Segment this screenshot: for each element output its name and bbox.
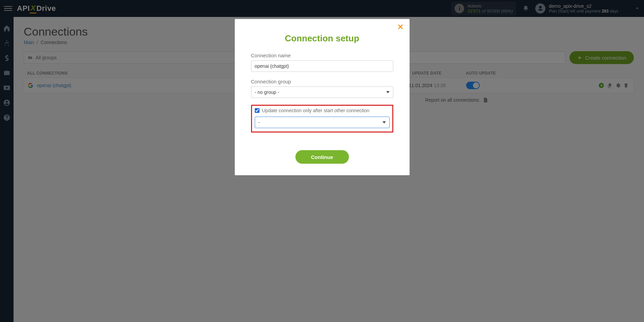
modal-overlay[interactable]: Connection setup Connection name Connect… [0,0,644,322]
connection-setup-modal: Connection setup Connection name Connect… [235,19,410,175]
connection-group-group: Connection group - no group - [251,79,393,98]
modal-close-button[interactable] [397,24,403,31]
dependency-checkbox-label: Update connection only after start other… [262,108,370,113]
dependency-checkbox[interactable] [255,108,259,113]
dependency-connection-select[interactable]: - [255,117,390,128]
close-icon [397,24,403,30]
connection-name-label: Connection name [251,53,393,58]
connection-group-select[interactable]: - no group - [251,86,393,98]
connection-group-label: Connection group [251,79,393,84]
continue-button[interactable]: Continue [295,150,349,164]
modal-title: Connection setup [251,33,393,44]
dependency-highlight-box: Update connection only after start other… [251,105,393,133]
connection-name-input[interactable] [251,60,393,72]
connection-name-group: Connection name [251,53,393,72]
dependency-checkbox-row[interactable]: Update connection only after start other… [255,108,390,113]
